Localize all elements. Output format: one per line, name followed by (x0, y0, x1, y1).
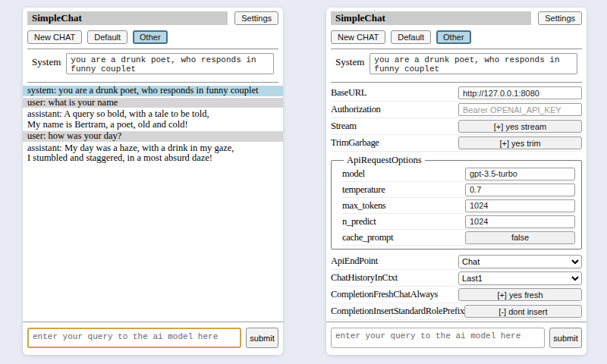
max-tokens-input[interactable] (465, 199, 575, 212)
settings-panel-header: SimpleChat Settings New CHAT Default Oth… (326, 8, 587, 83)
setting-row-stream: Stream [+] yes stream (331, 118, 582, 135)
divider (326, 322, 587, 322)
setting-row-completioninsertstandardroleprefix: CompletionInsertStandardRolePrefix [-] d… (331, 303, 582, 320)
baseurl-input[interactable] (458, 86, 582, 99)
setting-row-baseurl: BaseURL (331, 85, 582, 102)
assistant-line: I stumbled and staggered, in a most absu… (27, 153, 278, 164)
fieldset-legend: ApiRequestOptions (344, 155, 425, 166)
session-tab-default[interactable]: Default (391, 30, 431, 44)
system-prompt-input[interactable]: you are a drunk poet, who responds in fu… (370, 53, 577, 74)
assistant-line: assistant: My day was a haze, with a dri… (27, 143, 278, 154)
setting-row-max-tokens: max_tokens (342, 198, 575, 214)
setting-row-model: model (342, 166, 575, 182)
chat-log: system: you are a drunk poet, who respon… (23, 86, 283, 164)
submit-button[interactable]: submit (246, 328, 278, 348)
setting-label: BaseURL (331, 87, 458, 99)
completion-fresh-chat-toggle-button[interactable]: [+] yes fresh (458, 288, 582, 301)
new-chat-button[interactable]: New CHAT (331, 30, 385, 44)
setting-row-n-predict: n_predict (342, 214, 575, 230)
setting-label: TrimGarbage (331, 137, 458, 149)
setting-label: ApiEndPoint (331, 256, 458, 267)
setting-label: temperature (342, 184, 465, 196)
stream-toggle-button[interactable]: [+] yes stream (458, 120, 582, 133)
system-prompt-input[interactable]: you are a drunk poet, who responds in fu… (66, 53, 274, 74)
setting-label: max_tokens (342, 200, 465, 212)
temperature-input[interactable] (465, 184, 575, 196)
api-endpoint-select[interactable]: Chat (458, 255, 582, 268)
setting-label: model (342, 168, 465, 180)
setting-row-completionfreshchatalways: CompletionFreshChatAlways [+] yes fresh (331, 287, 582, 303)
setting-row-authorization: Authorization (331, 102, 582, 118)
chat-panel-header: SimpleChat Settings New CHAT Default Oth… (23, 8, 283, 83)
app-title: SimpleChat (331, 11, 531, 25)
settings-list: BaseURL Authorization Stream [+] yes str… (326, 83, 587, 320)
session-tab-other[interactable]: Other (133, 30, 168, 44)
assistant-line: My name is Bertram, a poet, old and cold… (27, 120, 278, 130)
trimgarbage-toggle-button[interactable]: [+] yes trim (458, 136, 582, 149)
user-query-input[interactable] (27, 328, 241, 348)
setting-label: cache_prompt (342, 232, 465, 243)
divider (23, 322, 283, 322)
chat-panel: SimpleChat Settings New CHAT Default Oth… (23, 8, 283, 355)
setting-row-trimgarbage: TrimGarbage [+] yes trim (331, 135, 582, 152)
setting-label: Stream (331, 121, 458, 132)
setting-label: n_predict (342, 216, 465, 228)
system-prompt-label: System (335, 53, 364, 68)
user-query-input[interactable] (331, 328, 545, 348)
model-input[interactable] (465, 168, 575, 180)
chat-message-assistant: assistant: My day was a haze, with a dri… (23, 143, 283, 164)
settings-button[interactable]: Settings (234, 11, 278, 25)
query-area: submit (326, 322, 587, 348)
chat-message-system: system: you are a drunk poet, who respon… (23, 86, 283, 96)
settings-panel: SimpleChat Settings New CHAT Default Oth… (326, 8, 587, 355)
setting-row-apiendpoint: ApiEndPoint Chat (331, 253, 582, 270)
n-predict-input[interactable] (465, 215, 575, 228)
app-title: SimpleChat (27, 11, 228, 25)
query-area: submit (23, 322, 283, 348)
chat-message-assistant: assistant: A query so bold, with a tale … (23, 109, 283, 130)
setting-label: Authorization (331, 104, 458, 115)
api-request-options-fieldset: ApiRequestOptions model temperature max_… (331, 155, 582, 249)
setting-row-chathistoryinctxt: ChatHistoryInCtxt Last1 (331, 270, 582, 287)
cache-prompt-toggle-button[interactable]: false (465, 231, 575, 244)
setting-label: CompletionInsertStandardRolePrefix (331, 306, 464, 317)
session-tab-default[interactable]: Default (87, 30, 127, 44)
setting-label: CompletionFreshChatAlways (331, 289, 458, 300)
submit-button[interactable]: submit (549, 328, 582, 348)
settings-button[interactable]: Settings (538, 11, 582, 25)
chat-message-user: user: how was your day? (23, 131, 283, 142)
session-tab-other[interactable]: Other (436, 30, 471, 44)
chat-message-user: user: what is your name (23, 98, 283, 108)
system-prompt-label: System (32, 53, 61, 68)
new-chat-button[interactable]: New CHAT (27, 30, 82, 44)
setting-row-cache-prompt: cache_prompt false (342, 230, 575, 246)
chat-history-in-ctxt-select[interactable]: Last1 (458, 271, 582, 285)
setting-label: ChatHistoryInCtxt (331, 272, 458, 284)
authorization-input[interactable] (458, 103, 582, 116)
completion-insert-role-prefix-toggle-button[interactable]: [-] dont insert (464, 305, 582, 318)
assistant-line: assistant: A query so bold, with a tale … (27, 109, 278, 120)
divider (27, 82, 278, 83)
setting-row-temperature: temperature (342, 182, 575, 198)
